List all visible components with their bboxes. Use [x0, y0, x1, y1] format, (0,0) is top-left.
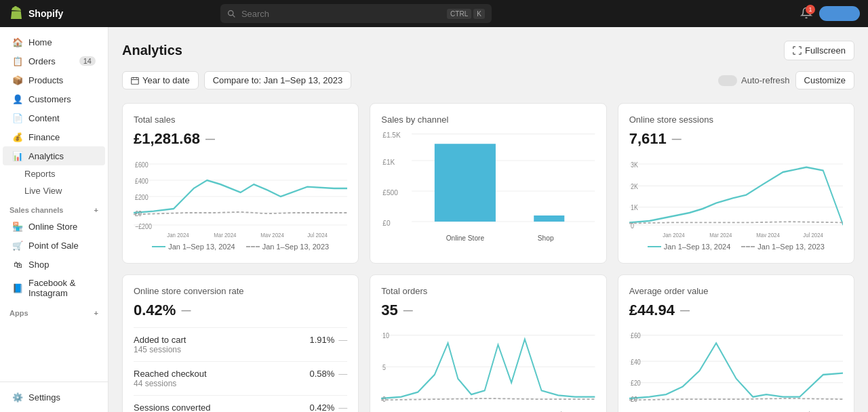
- svg-rect-29: [534, 215, 565, 222]
- sidebar-item-orders[interactable]: 📋 Orders 14: [3, 52, 105, 70]
- compare-filter-label: Compare to: Jan 1–Sep 13, 2023: [213, 75, 343, 85]
- orders-icon: 📋: [12, 56, 23, 66]
- svg-point-0: [229, 10, 233, 15]
- sessions-legend-prev: Jan 1–Sep 13, 2023: [741, 243, 824, 251]
- sidebar-item-online-store[interactable]: 🏪 Online Store: [3, 217, 105, 236]
- analytics-icon: 📊: [12, 150, 23, 161]
- customers-icon: 👤: [12, 94, 23, 104]
- sidebar-item-analytics[interactable]: 📊 Analytics: [3, 146, 105, 165]
- search-input[interactable]: [241, 9, 441, 19]
- conv-converted-dash: —: [338, 403, 347, 412]
- pos-icon: 🛒: [12, 240, 23, 251]
- notifications-button[interactable]: 1: [800, 7, 812, 21]
- svg-text:£40: £40: [631, 358, 641, 366]
- customize-button[interactable]: Customize: [795, 71, 854, 89]
- page-header: Analytics Fullscreen: [122, 41, 854, 60]
- sidebar-item-finance[interactable]: 💰 Finance: [3, 127, 105, 146]
- total-sales-title: Total sales: [134, 115, 347, 125]
- svg-text:£1K: £1K: [383, 159, 395, 166]
- content-icon: 📄: [12, 112, 23, 123]
- fullscreen-label: Fullscreen: [805, 45, 846, 56]
- sidebar-item-customers[interactable]: 👤 Customers: [3, 89, 105, 108]
- sidebar-item-live-view[interactable]: Live View: [0, 182, 108, 199]
- page-title: Analytics: [122, 43, 182, 58]
- avg-dash: —: [680, 305, 690, 316]
- total-sales-dash: —: [205, 133, 215, 144]
- svg-text:Jan 2024: Jan 2024: [663, 231, 684, 237]
- svg-text:May 2024: May 2024: [260, 231, 284, 237]
- fullscreen-button[interactable]: Fullscreen: [784, 41, 854, 60]
- sales-by-channel-chart: £1.5K £1K £500 £0 Online Store Shop: [381, 130, 595, 252]
- conversion-rate-title: Online store conversion rate: [134, 286, 347, 296]
- svg-text:5: 5: [382, 363, 386, 371]
- total-sales-legend: Jan 1–Sep 13, 2024 Jan 1–Sep 13, 2023: [134, 243, 347, 251]
- svg-text:£1.5K: £1.5K: [383, 131, 401, 139]
- svg-text:£600: £600: [135, 161, 149, 169]
- conv-dash: —: [181, 305, 191, 316]
- conversion-rate-value: 0.42% —: [134, 302, 347, 319]
- sessions-dash: —: [672, 133, 682, 144]
- sessions-legend: Jan 1–Sep 13, 2024 Jan 1–Sep 13, 2023: [629, 243, 843, 251]
- sidebar-item-shop[interactable]: 🛍 Shop: [3, 255, 105, 274]
- sidebar-item-settings[interactable]: ⚙️ Settings: [3, 388, 105, 407]
- cards-row-1: Total sales £1,281.68 —: [122, 103, 854, 264]
- svg-text:3K: 3K: [631, 161, 638, 169]
- kbd-ctrl: CTRL: [447, 9, 471, 19]
- search-bar[interactable]: CTRL K: [220, 4, 492, 23]
- date-filter-label: Year to date: [142, 75, 190, 85]
- products-icon: 📦: [12, 75, 23, 85]
- sales-channels-header: Sales channels +: [0, 199, 108, 217]
- svg-text:Online Store: Online Store: [446, 234, 485, 242]
- expand-icon[interactable]: +: [94, 206, 98, 214]
- svg-text:£200: £200: [135, 193, 149, 201]
- svg-text:10: 10: [382, 332, 389, 340]
- total-sales-chart: £600 £400 £200 £0 −£200 Jan 2024 Mar 202…: [134, 156, 347, 237]
- conv-checkout-dash: —: [338, 369, 347, 379]
- sidebar-item-reports[interactable]: Reports: [0, 165, 108, 182]
- sidebar-item-facebook-instagram[interactable]: 📘 Facebook & Instagram: [3, 274, 105, 302]
- avatar[interactable]: [819, 6, 860, 21]
- total-sales-card: Total sales £1,281.68 —: [122, 103, 359, 264]
- apps-header: Apps +: [0, 302, 108, 320]
- sales-by-channel-card: Sales by channel £1.5K £1K £500 £0: [370, 103, 606, 264]
- auto-refresh-toggle[interactable]: [718, 75, 737, 86]
- settings-icon: ⚙️: [12, 392, 23, 403]
- svg-text:2K: 2K: [631, 182, 638, 190]
- apps-expand-icon[interactable]: +: [94, 309, 98, 317]
- avg-order-value-value: £44.94 —: [629, 302, 843, 319]
- home-icon: 🏠: [12, 37, 23, 47]
- sales-by-channel-title: Sales by channel: [381, 115, 595, 125]
- orders-dash: —: [403, 305, 413, 316]
- shopify-logo: Shopify: [8, 5, 63, 22]
- notification-badge: 1: [806, 5, 815, 14]
- date-filter-button[interactable]: Year to date: [122, 71, 199, 89]
- compare-filter-button[interactable]: Compare to: Jan 1–Sep 13, 2023: [204, 71, 352, 89]
- auto-refresh: Auto-refresh: [718, 75, 790, 86]
- svg-text:Mar 2024: Mar 2024: [709, 231, 732, 237]
- avg-order-value-title: Average order value: [629, 286, 843, 296]
- svg-text:£500: £500: [383, 189, 399, 197]
- sidebar-item-products[interactable]: 📦 Products: [3, 70, 105, 89]
- sidebar-item-point-of-sale[interactable]: 🛒 Point of Sale: [3, 236, 105, 255]
- online-store-sessions-card: Online store sessions 7,611 —: [618, 103, 854, 264]
- avg-order-value-card: Average order value £44.94 —: [618, 274, 854, 412]
- svg-rect-2: [132, 77, 139, 84]
- online-store-sessions-title: Online store sessions: [629, 115, 843, 125]
- conversion-rows: Added to cart 145 sessions 1.91% — Reach…: [134, 327, 347, 412]
- filters-row: Year to date Compare to: Jan 1–Sep 13, 2…: [122, 71, 854, 89]
- svg-text:Shop: Shop: [538, 234, 554, 242]
- svg-text:0: 0: [382, 395, 386, 403]
- legend-prev: Jan 1–Sep 13, 2023: [246, 243, 329, 251]
- conversion-rate-card: Online store conversion rate 0.42% — Add…: [122, 274, 359, 412]
- conv-row-converted: Sessions converted 32 sessions 0.42% —: [134, 395, 347, 412]
- online-store-sessions-value: 7,611 —: [629, 130, 843, 148]
- avg-order-value-chart: £60 £40 £20 £0 Jan 2024 Mar 2024 May 202…: [629, 327, 843, 412]
- svg-text:£0: £0: [383, 220, 391, 227]
- sidebar-item-content[interactable]: 📄 Content: [3, 108, 105, 127]
- sidebar-item-home[interactable]: 🏠 Home: [3, 33, 105, 52]
- online-store-sessions-chart: 3K 2K 1K 0 Jan 2024 Mar 2024 May 2024 Ju…: [629, 156, 843, 237]
- svg-text:£0: £0: [631, 395, 637, 403]
- sidebar: 🏠 Home 📋 Orders 14 📦 Products 👤 Customer…: [0, 27, 108, 412]
- svg-text:0: 0: [631, 222, 634, 230]
- svg-text:Jul 2024: Jul 2024: [307, 231, 328, 237]
